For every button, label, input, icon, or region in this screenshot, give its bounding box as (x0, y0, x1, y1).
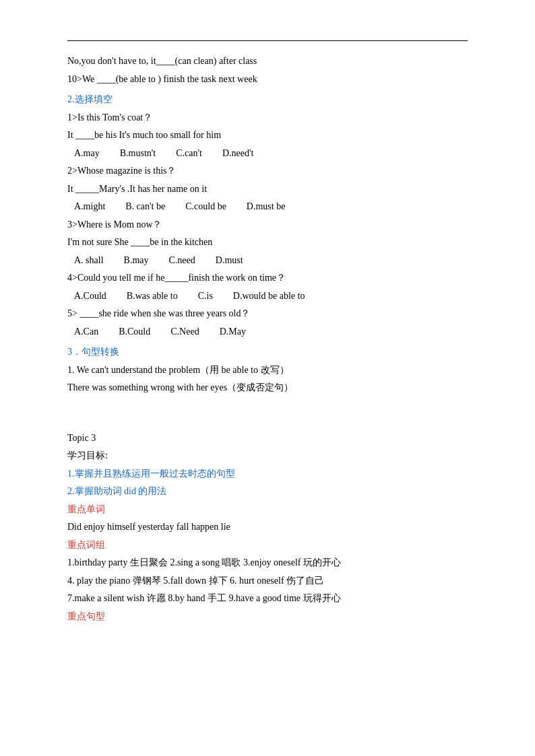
q5-opt-c: C.Need (170, 324, 199, 341)
q5-opt-d: D.May (220, 324, 246, 341)
q3-sentence: I'm not sure She ____be in the kitchen (67, 234, 468, 251)
q5-opt-a: A.Can (74, 324, 98, 341)
goal2: 2.掌握助动词 did 的用法 (67, 483, 468, 500)
key-phrases-label: 重点词组 (67, 537, 468, 554)
q4-opt-d: D.would be able to (233, 288, 305, 305)
line-10-we: 10>We ____(be able to ) finish the task … (67, 71, 468, 88)
q4-opt-a: A.Could (74, 288, 106, 305)
q2-sentence: It _____Mary's .It has her name on it (67, 181, 468, 198)
q1-options: A.may B.mustn't C.can't D.need't (67, 145, 468, 162)
q1-opt-b: B.mustn't (120, 145, 156, 162)
q2-opt-a: A.might (74, 199, 105, 215)
section2: 2.选择填空 1>Is this Tom's coat？ It ____be h… (67, 92, 468, 340)
key-words-label: 重点单词 (67, 502, 468, 518)
goal1: 1.掌握并且熟练运用一般过去时态的句型 (67, 466, 468, 483)
section-continuation: No,you don't have to, it____(can clean) … (67, 53, 468, 88)
q3-opt-b: B.may (124, 252, 149, 269)
q4-opt-b: B.was able to (127, 288, 178, 305)
top-divider (67, 40, 468, 41)
phrase3: 7.make a silent wish 许愿 8.by hand 手工 9.h… (67, 590, 468, 607)
q1-opt-a: A.may (74, 145, 100, 162)
q1-sentence: It ____be his It's much too small for hi… (67, 127, 468, 144)
section2-header: 2.选择填空 (67, 92, 468, 108)
key-sentences-label: 重点句型 (67, 609, 468, 625)
topic3-label: Topic 3 (67, 430, 468, 447)
topic3-section: Topic 3 学习目标: 1.掌握并且熟练运用一般过去时态的句型 2.掌握助动… (67, 430, 468, 625)
q3-opt-d: D.must (216, 252, 243, 269)
phrase2: 4. play the piano 弹钢琴 5.fall down 掉下 6. … (67, 573, 468, 590)
q1-opt-c: C.can't (176, 145, 202, 162)
q3-options: A. shall B.may C.need D.must (67, 252, 468, 269)
sentence-transform1: 1. We can't understand the problem（用 be … (67, 362, 468, 379)
q3-opt-a: A. shall (74, 252, 104, 269)
key-words: Did enjoy himself yesterday fall happen … (67, 519, 468, 536)
q1-opt-d: D.need't (222, 145, 253, 162)
q3-opt-c: C.need (169, 252, 195, 269)
q1-header: 1>Is this Tom's coat？ (67, 110, 468, 127)
q2-opt-b: B. can't be (125, 199, 165, 215)
q5-header: 5> ____she ride when she was three years… (67, 306, 468, 322)
sentence-transform2: There was something wrong with her eyes（… (67, 380, 468, 397)
line-no-you-dont: No,you don't have to, it____(can clean) … (67, 53, 468, 70)
q4-options: A.Could B.was able to C.is D.would be ab… (67, 288, 468, 305)
phrase1: 1.birthday party 生日聚会 2.sing a song 唱歌 3… (67, 555, 468, 572)
q2-opt-d: D.must be (247, 199, 286, 215)
q2-opt-c: C.could be (185, 199, 226, 215)
study-goals-label: 学习目标: (67, 448, 468, 465)
section3-header: 3．句型转换 (67, 344, 468, 361)
q5-opt-b: B.Could (119, 324, 150, 341)
page: No,you don't have to, it____(can clean) … (0, 0, 535, 756)
q4-header: 4>Could you tell me if he_____finish the… (67, 270, 468, 287)
q2-options: A.might B. can't be C.could be D.must be (67, 199, 468, 215)
q2-header: 2>Whose magazine is this？ (67, 163, 468, 180)
section3: 3．句型转换 1. We can't understand the proble… (67, 344, 468, 397)
q4-opt-c: C.is (198, 288, 213, 305)
q5-options: A.Can B.Could C.Need D.May (67, 324, 468, 341)
q3-header: 3>Where is Mom now？ (67, 217, 468, 234)
